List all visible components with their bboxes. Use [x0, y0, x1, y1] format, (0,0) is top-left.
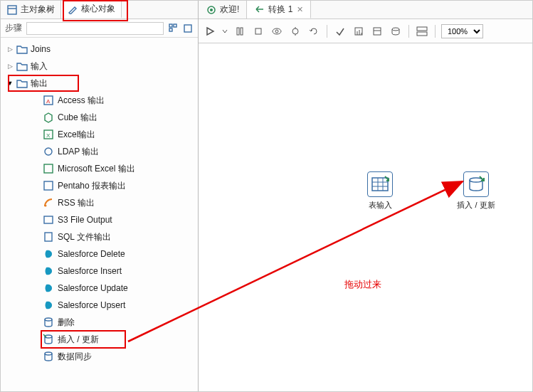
tab-core-objects-label: 核心对象 — [81, 3, 115, 15]
svg-text:X: X — [46, 132, 51, 139]
folder-icon — [16, 44, 28, 54]
tree-label: Microsoft Excel 输出 — [58, 163, 135, 175]
tree-item-datasync[interactable]: 数据同步 — [1, 348, 198, 365]
replay-icon[interactable] — [307, 24, 321, 38]
tree-item-sfupdate[interactable]: Salesforce Update — [1, 280, 198, 297]
canvas-node-insert-update[interactable]: 插入 / 更新 — [451, 171, 501, 211]
impact-icon[interactable] — [352, 24, 366, 38]
tree-node-joins[interactable]: ▷ Joins — [1, 41, 198, 58]
tree-label: Salesforce Insert — [58, 266, 122, 276]
editor-tab-welcome[interactable]: 欢迎! — [199, 1, 247, 18]
welcome-icon — [206, 4, 217, 16]
tree-label: Access 输出 — [58, 95, 105, 107]
tree-item-rss[interactable]: RSS 输出 — [1, 194, 198, 211]
tree-item-sfupsert[interactable]: Salesforce Upsert — [1, 297, 198, 314]
close-icon[interactable]: ✕ — [297, 5, 303, 14]
search-label: 步骤 — [5, 22, 22, 34]
tree-node-output[interactable]: ▼ 输出 — [1, 75, 198, 92]
tree: ▷ Joins ▷ 输入 ▼ 输出 — [1, 38, 198, 391]
svg-rect-14 — [44, 216, 53, 223]
editor-tab-transform[interactable]: 转换 1 ✕ — [247, 1, 311, 18]
tree-item-ldap[interactable]: LDAP 输出 — [1, 143, 198, 160]
svg-point-40 — [470, 178, 482, 182]
tab-core-objects[interactable]: 核心对象 — [61, 1, 122, 18]
annotation-drag-here: 拖动过来 — [344, 278, 381, 291]
tree-label: 删除 — [58, 317, 75, 329]
tree-label: 输出 — [31, 78, 48, 90]
verify-icon[interactable] — [333, 24, 347, 38]
tree-item-access[interactable]: AAccess 输出 — [1, 92, 198, 109]
canvas-node-table-input[interactable]: 表输入 — [355, 171, 405, 211]
tree-item-sfinsert[interactable]: Salesforce Insert — [1, 263, 198, 280]
svg-point-32 — [392, 28, 399, 31]
step-icon — [42, 316, 55, 329]
step-icon — [42, 213, 55, 226]
tree-item-excel[interactable]: XExcel输出 — [1, 126, 198, 143]
tree-label: 插入 / 更新 — [58, 334, 99, 346]
tree-icon — [6, 4, 18, 16]
svg-point-25 — [275, 30, 278, 33]
collapse-tree-icon[interactable] — [182, 23, 194, 34]
expand-tree-icon[interactable] — [168, 23, 179, 34]
tree-item-cube[interactable]: Cube 输出 — [1, 109, 198, 126]
search-input[interactable] — [26, 22, 164, 35]
tree-label: SQL 文件输出 — [58, 231, 111, 243]
debug-icon[interactable] — [288, 24, 302, 38]
tree-item-msexcel[interactable]: Microsoft Excel 输出 — [1, 160, 198, 177]
svg-rect-4 — [169, 28, 172, 31]
expander-icon[interactable]: ▷ — [6, 46, 14, 53]
step-icon — [42, 111, 55, 124]
tree-item-insert-update[interactable]: 插入 / 更新 — [1, 331, 198, 348]
zoom-select[interactable]: 100% — [441, 24, 483, 38]
canvas[interactable]: 表输入 插入 / 更新 拖动过来 — [199, 43, 532, 391]
expander-open-icon[interactable]: ▼ — [6, 80, 14, 87]
svg-rect-2 — [169, 24, 172, 27]
tree-item-delete[interactable]: 删除 — [1, 314, 198, 331]
svg-point-16 — [45, 318, 52, 321]
tree-label: 数据同步 — [58, 351, 92, 363]
editor-tab-transform-label: 转换 1 — [268, 4, 292, 16]
tree-label: Joins — [31, 44, 51, 54]
svg-rect-22 — [241, 28, 243, 35]
separator — [435, 25, 436, 38]
step-icon — [42, 282, 55, 295]
tree-label: RSS 输出 — [58, 197, 95, 209]
pause-icon[interactable] — [233, 24, 247, 38]
svg-rect-21 — [237, 28, 239, 35]
tree-item-pentaho[interactable]: Pentaho 报表输出 — [1, 177, 198, 194]
tree-label: Salesforce Delete — [58, 249, 125, 259]
tree-item-sfdelete[interactable]: Salesforce Delete — [1, 245, 198, 263]
tree-item-sqlfile[interactable]: SQL 文件输出 — [1, 228, 198, 245]
tree-label: 输入 — [31, 60, 48, 73]
svg-rect-3 — [174, 24, 176, 27]
left-tab-row: 主对象树 核心对象 — [1, 1, 198, 19]
tree-node-input[interactable]: ▷ 输入 — [1, 58, 198, 75]
step-icon — [42, 248, 55, 260]
step-icon — [42, 162, 55, 175]
folder-open-icon — [16, 78, 28, 88]
tab-main-tree-label: 主对象树 — [21, 4, 55, 16]
sql-icon[interactable] — [370, 24, 384, 38]
svg-rect-30 — [374, 28, 381, 35]
step-icon — [42, 299, 55, 312]
step-icon — [42, 265, 55, 277]
tree-item-s3[interactable]: S3 File Output — [1, 211, 198, 228]
tab-main-tree[interactable]: 主对象树 — [1, 1, 61, 18]
step-icon — [42, 145, 55, 158]
preview-icon[interactable] — [270, 24, 284, 38]
expander-icon[interactable]: ▷ — [6, 63, 14, 70]
show-results-icon[interactable] — [415, 24, 429, 38]
svg-rect-33 — [417, 27, 427, 31]
output-children: AAccess 输出 Cube 输出 XExcel输出 LDAP 输出 Micr… — [1, 92, 198, 365]
run-icon[interactable] — [203, 24, 217, 38]
pencil-icon — [67, 4, 78, 15]
stop-icon[interactable] — [251, 24, 265, 38]
canvas-node-label: 表输入 — [369, 200, 392, 211]
svg-point-24 — [273, 28, 281, 34]
run-dropdown-icon[interactable] — [221, 24, 228, 38]
svg-rect-0 — [8, 6, 16, 14]
tree-label: Cube 输出 — [58, 112, 97, 124]
step-icon — [42, 231, 55, 243]
tree-label: Excel输出 — [58, 129, 95, 141]
explore-db-icon[interactable] — [389, 24, 403, 38]
